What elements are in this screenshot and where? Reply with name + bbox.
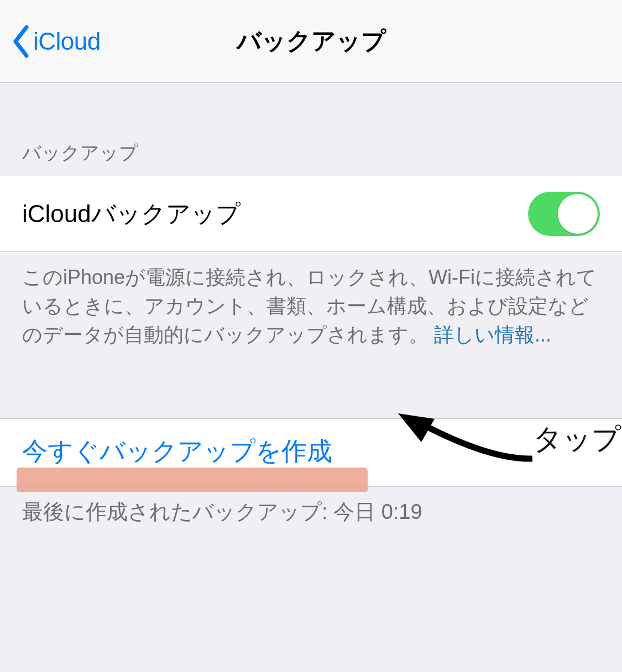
navbar: iCloud バックアップ xyxy=(0,0,622,83)
last-backup-status: 最後に作成されたバックアップ: 今日 0:19 xyxy=(0,487,622,537)
highlight-marker xyxy=(17,468,368,492)
back-label: iCloud xyxy=(33,28,101,55)
more-info-link[interactable]: 詳しい情報... xyxy=(434,323,551,346)
icloud-backup-cell[interactable]: iCloudバックアップ xyxy=(0,176,622,252)
arrow-icon xyxy=(391,409,535,470)
chevron-left-icon xyxy=(11,25,31,58)
tap-label: タップ xyxy=(533,420,621,459)
back-button[interactable]: iCloud xyxy=(11,25,101,58)
section-footer: このiPhoneが電源に接続され、ロックされ、Wi-Fiに接続されているときに、… xyxy=(0,252,622,366)
icloud-backup-toggle[interactable] xyxy=(528,192,600,236)
section-header: バックアップ xyxy=(0,114,622,176)
page-title: バックアップ xyxy=(237,25,386,57)
icloud-backup-label: iCloudバックアップ xyxy=(22,198,241,230)
toggle-knob xyxy=(558,194,598,234)
svg-marker-0 xyxy=(398,413,435,442)
tap-annotation: タップ xyxy=(391,409,621,470)
